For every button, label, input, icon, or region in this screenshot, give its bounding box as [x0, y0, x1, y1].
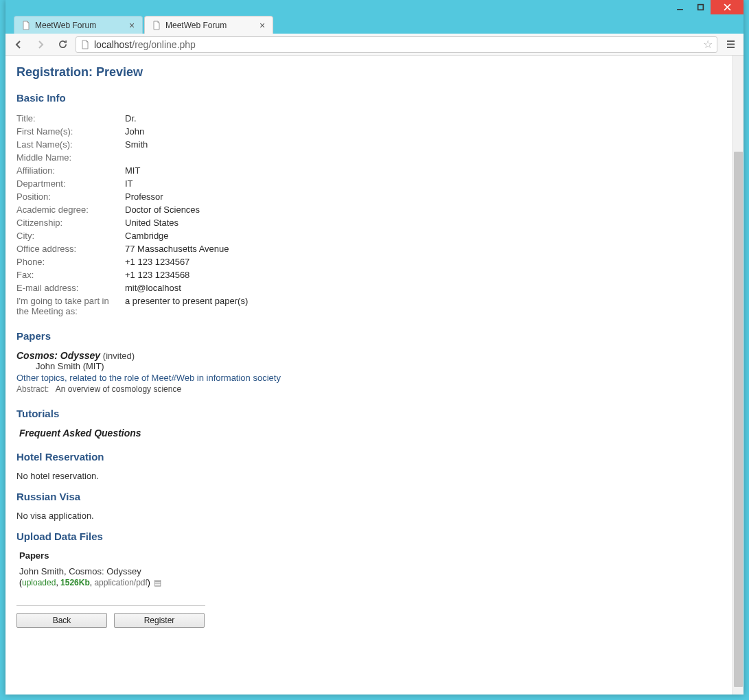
info-row: First Name(s):John — [16, 125, 721, 138]
info-label: Title: — [16, 113, 125, 124]
tab-title: MeetWeb Forum — [165, 21, 227, 30]
window-maximize-button[interactable] — [690, 0, 711, 14]
info-row: Fax:+1 123 1234568 — [16, 268, 721, 281]
uploaded-file-row: John Smith, Cosmos: Odyssey — [19, 566, 721, 576]
info-label: Department: — [16, 178, 125, 189]
info-row: Position:Professor — [16, 190, 721, 203]
info-label: Position: — [16, 191, 125, 202]
info-row: Academic degree:Doctor of Sciences — [16, 203, 721, 216]
window-minimize-button[interactable] — [669, 0, 690, 14]
info-value: Professor — [125, 191, 163, 202]
info-label: Last Name(s): — [16, 139, 125, 150]
info-label: Affiliation: — [16, 165, 125, 176]
window-titlebar — [5, 0, 744, 14]
info-row: E-mail address:mit@localhost — [16, 281, 721, 294]
separator — [16, 605, 205, 606]
info-label: Office address: — [16, 244, 125, 254]
scrollbar-thumb[interactable] — [734, 152, 743, 687]
paper-item: Cosmos: Odyssey (invited) John Smith (MI… — [16, 350, 721, 394]
info-value: John — [125, 126, 144, 137]
section-papers: Papers — [16, 330, 721, 342]
info-label: City: — [16, 231, 125, 241]
page-icon — [21, 21, 31, 30]
section-basic-info: Basic Info — [16, 92, 721, 104]
paper-topic: Other topics, related to the role of Mee… — [16, 373, 721, 383]
url-field[interactable]: localhost/reg/online.php ☆ — [76, 36, 717, 53]
tab-strip: MeetWeb Forum × MeetWeb Forum × — [5, 14, 744, 34]
section-upload: Upload Data Files — [16, 530, 721, 542]
url-text: localhost/reg/online.php — [94, 39, 196, 50]
info-label: First Name(s): — [16, 126, 125, 137]
info-label: E-mail address: — [16, 283, 125, 293]
info-row: Department:IT — [16, 177, 721, 190]
browser-tab-1[interactable]: MeetWeb Forum × — [144, 16, 273, 34]
info-value: Dr. — [125, 113, 137, 124]
page-title: Registration: Preview — [16, 65, 721, 80]
info-label: Academic degree: — [16, 205, 125, 215]
info-value: a presenter to present paper(s) — [125, 296, 248, 316]
reload-button[interactable] — [54, 36, 71, 54]
info-row: Citizenship:United States — [16, 216, 721, 229]
page-body: Registration: Preview Basic Info Title:D… — [5, 56, 732, 695]
info-row: Phone:+1 123 1234567 — [16, 255, 721, 268]
info-value: +1 123 1234567 — [125, 257, 189, 267]
info-value: IT — [125, 178, 133, 189]
info-label: Phone: — [16, 257, 125, 267]
info-value: Cambridge — [125, 231, 169, 241]
info-row: Middle Name: — [16, 151, 721, 164]
info-row: City:Cambridge — [16, 229, 721, 242]
basic-info-table: Title:Dr.First Name(s):JohnLast Name(s):… — [16, 112, 721, 318]
info-value: 77 Massachusetts Avenue — [125, 244, 229, 254]
visa-text: No visa application. — [16, 511, 721, 521]
button-bar: Back Register — [16, 613, 721, 628]
forward-button[interactable] — [32, 36, 49, 54]
info-value: Doctor of Sciences — [125, 205, 200, 215]
scrollbar-vertical[interactable] — [732, 56, 744, 695]
section-hotel: Hotel Reservation — [16, 451, 721, 463]
info-label: I'm going to take part in the Meeting as… — [16, 296, 125, 316]
tutorial-item: Frequent Asked Questions — [19, 428, 721, 439]
back-form-button[interactable]: Back — [16, 613, 107, 628]
bookmark-star-icon[interactable]: ☆ — [703, 38, 713, 51]
section-visa: Russian Visa — [16, 491, 721, 502]
register-button[interactable]: Register — [114, 613, 205, 628]
info-row: Title:Dr. — [16, 112, 721, 125]
content-area: Registration: Preview Basic Info Title:D… — [5, 56, 744, 695]
paper-author: John Smith (MIT) — [36, 361, 721, 371]
info-label: Middle Name: — [16, 152, 125, 163]
paper-title: Cosmos: Odyssey — [16, 350, 100, 361]
paper-invited-tag: (invited) — [103, 351, 135, 361]
info-label: Fax: — [16, 270, 125, 280]
info-value: United States — [125, 218, 178, 228]
back-button[interactable] — [10, 36, 27, 54]
browser-menu-button[interactable] — [722, 36, 739, 54]
window-close-button[interactable] — [711, 0, 744, 14]
document-icon[interactable]: ▤ — [154, 578, 161, 587]
section-tutorials: Tutorials — [16, 408, 721, 419]
browser-tab-0[interactable]: MeetWeb Forum × — [14, 16, 143, 34]
browser-window: MeetWeb Forum × MeetWeb Forum × localhos… — [5, 0, 744, 695]
info-value: Smith — [125, 139, 148, 150]
hotel-text: No hotel reservation. — [16, 471, 721, 481]
info-value: mit@localhost — [125, 283, 181, 293]
info-value: MIT — [125, 165, 140, 176]
tab-close-icon[interactable]: × — [127, 21, 137, 30]
info-row: I'm going to take part in the Meeting as… — [16, 294, 721, 318]
tab-title: MeetWeb Forum — [35, 21, 96, 30]
page-icon — [152, 21, 161, 30]
svg-rect-1 — [698, 5, 703, 10]
address-bar: localhost/reg/online.php ☆ — [5, 34, 744, 56]
info-label: Citizenship: — [16, 218, 125, 228]
paper-abstract: Abstract: An overview of cosmology scien… — [16, 384, 721, 394]
info-row: Affiliation:MIT — [16, 164, 721, 177]
info-row: Office address:77 Massachusetts Avenue — [16, 242, 721, 255]
page-icon — [80, 40, 90, 49]
info-row: Last Name(s):Smith — [16, 138, 721, 151]
upload-subheading: Papers — [19, 550, 721, 561]
info-value: +1 123 1234568 — [125, 270, 189, 280]
uploaded-file-meta: (uploaded, 1526Kb, application/pdf) ▤ — [19, 578, 721, 587]
tab-close-icon[interactable]: × — [257, 21, 267, 30]
